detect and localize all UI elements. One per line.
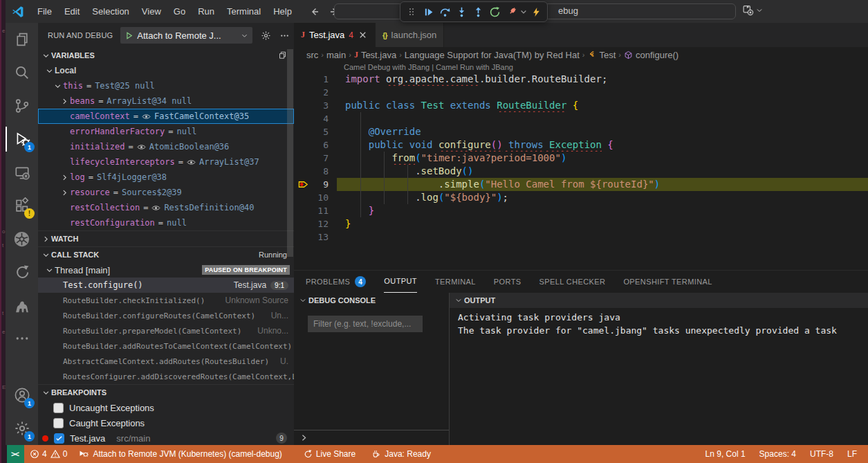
launch-config-dropdown[interactable]: Attach to Remote J... bbox=[120, 27, 252, 44]
gutter[interactable] bbox=[294, 217, 313, 230]
chevron-expanded-icon[interactable] bbox=[40, 251, 51, 259]
step-over-button[interactable] bbox=[436, 3, 453, 20]
code-line-6[interactable]: 6 public void configure() throws Excepti… bbox=[294, 138, 868, 152]
gutter[interactable] bbox=[294, 230, 313, 244]
activity-explorer[interactable] bbox=[6, 23, 38, 56]
menu-edit[interactable]: Edit bbox=[58, 0, 86, 23]
scope-local[interactable]: Local bbox=[38, 63, 294, 78]
debug-current-step-gutter[interactable] bbox=[294, 178, 313, 191]
debug-console-filter-input[interactable] bbox=[308, 316, 423, 332]
gripper-button[interactable] bbox=[403, 3, 420, 20]
remote-indicator[interactable]: >< bbox=[6, 445, 24, 463]
menu-view[interactable]: View bbox=[136, 0, 167, 23]
menu-selection[interactable]: Selection bbox=[86, 0, 135, 23]
step-out-button[interactable] bbox=[470, 3, 486, 20]
continue-button[interactable] bbox=[420, 3, 436, 20]
line-number[interactable]: 4 bbox=[313, 112, 329, 125]
panel-tab-output[interactable]: OUTPUT bbox=[384, 271, 417, 293]
stack-frame[interactable]: RouteBuilder.addRoutesToCamelContext(Cam… bbox=[38, 338, 294, 354]
line-number[interactable]: 5 bbox=[313, 125, 329, 138]
activity-extensions[interactable]: ! bbox=[6, 189, 38, 222]
breakpoint-item[interactable]: Uncaught Exceptions bbox=[38, 400, 294, 415]
stack-frame[interactable]: RouteBuilder.configureRoutes(CamelContex… bbox=[38, 308, 294, 323]
debug-session-status[interactable]: Attach to Remote JVM (Kubernetes) (camel… bbox=[73, 445, 287, 463]
stack-frame[interactable]: RoutesConfigurer.addDiscoveredRoutes(Cam… bbox=[38, 369, 294, 384]
checkbox[interactable] bbox=[54, 433, 64, 444]
activity-settings[interactable]: 1 bbox=[6, 412, 38, 445]
line-number[interactable]: 1 bbox=[313, 73, 329, 86]
breadcrumb-item[interactable]: main bbox=[326, 50, 346, 60]
gutter[interactable] bbox=[294, 99, 313, 112]
live-share-status[interactable]: Live Share bbox=[297, 445, 361, 463]
gutter[interactable] bbox=[294, 138, 313, 152]
gutter[interactable] bbox=[294, 125, 313, 138]
watch-section-header[interactable]: WATCH bbox=[38, 230, 294, 246]
chevron-expanded-icon[interactable] bbox=[40, 389, 51, 397]
breakpoint-item[interactable]: Caught Exceptions bbox=[38, 415, 294, 430]
activity-source-control[interactable] bbox=[6, 89, 38, 122]
checkbox[interactable] bbox=[53, 418, 64, 428]
line-number[interactable]: 8 bbox=[313, 165, 329, 178]
restart-button[interactable] bbox=[486, 3, 503, 20]
menu-terminal[interactable]: Terminal bbox=[221, 0, 267, 23]
line-number[interactable]: 11 bbox=[313, 204, 329, 217]
start-debug-icon[interactable] bbox=[124, 31, 133, 40]
chevron-collapsed-icon[interactable] bbox=[59, 189, 70, 197]
breakpoints-section-header[interactable]: BREAKPOINTS bbox=[38, 384, 294, 400]
variable-camelContext[interactable]: camelContext= FastCamelContext@35 bbox=[38, 109, 294, 124]
code-line-7[interactable]: 7 from("timer:java?period=1000") bbox=[294, 152, 868, 165]
close-icon[interactable] bbox=[358, 30, 368, 40]
breadcrumb-item[interactable]: JTest.java bbox=[354, 50, 396, 60]
stack-frame[interactable]: Test.configure()Test.java9:1 bbox=[38, 278, 294, 293]
gutter[interactable] bbox=[294, 191, 313, 204]
panel-tab-terminal[interactable]: TERMINAL bbox=[435, 271, 476, 293]
debug-console-header[interactable]: DEBUG CONSOLE bbox=[294, 293, 449, 308]
code-line-11[interactable]: 11 } bbox=[294, 204, 868, 217]
chevron-collapsed-icon[interactable] bbox=[59, 174, 70, 181]
stack-frame[interactable]: RouteBuilder.prepareModel(CamelContext)U… bbox=[38, 323, 294, 338]
variable-restConfiguration[interactable]: restConfiguration= null bbox=[38, 215, 294, 230]
thread-main[interactable]: Thread [main] PAUSED ON BREAKPOINT bbox=[38, 262, 294, 278]
java-status[interactable]: Java: Ready bbox=[365, 445, 436, 463]
gutter[interactable] bbox=[294, 204, 313, 217]
chevron-down-small-button[interactable] bbox=[519, 3, 528, 20]
breadcrumb-item[interactable]: Language Support for Java(TM) by Red Hat bbox=[405, 50, 580, 60]
code-line-4[interactable]: 4 bbox=[294, 112, 868, 125]
activity-kubernetes[interactable] bbox=[6, 222, 38, 255]
manage-remote-button[interactable] bbox=[742, 4, 763, 16]
eye-icon[interactable] bbox=[151, 203, 160, 212]
panel-tab-ports[interactable]: PORTS bbox=[494, 271, 521, 293]
line-number[interactable]: 13 bbox=[313, 230, 329, 244]
indentation-status[interactable]: Spaces: 4 bbox=[752, 445, 803, 463]
menu-help[interactable]: Help bbox=[267, 0, 298, 23]
debug-console-input[interactable] bbox=[294, 430, 449, 445]
chevron-expanded-icon[interactable] bbox=[52, 82, 63, 90]
gutter[interactable] bbox=[294, 73, 313, 86]
menu-go[interactable]: Go bbox=[167, 0, 192, 23]
gutter[interactable] bbox=[294, 152, 313, 165]
variable-restCollection[interactable]: restCollection= RestsDefinition@40 bbox=[38, 200, 294, 215]
copy-value-icon[interactable] bbox=[277, 51, 287, 60]
activity-remote-explorer[interactable] bbox=[6, 156, 38, 189]
stack-frame[interactable]: RouteBuilder.checkInitialized()Unknown S… bbox=[38, 293, 294, 308]
activity-run-and-debug[interactable]: 1 bbox=[6, 122, 38, 156]
code-editor[interactable]: 1 import org.apache.camel.builder.RouteB… bbox=[294, 73, 868, 244]
activity-accounts[interactable]: 1 bbox=[6, 379, 38, 412]
code-line-5[interactable]: 5 @Override bbox=[294, 125, 868, 138]
line-number[interactable]: 2 bbox=[313, 86, 329, 99]
gutter[interactable] bbox=[294, 86, 313, 99]
step-into-button[interactable] bbox=[453, 3, 470, 20]
code-line-13[interactable]: 13 bbox=[294, 230, 868, 244]
debug-settings-gear-icon[interactable] bbox=[261, 30, 271, 41]
disconnect-button[interactable] bbox=[503, 3, 519, 20]
eye-icon[interactable] bbox=[142, 112, 151, 121]
code-line-2[interactable]: 2 bbox=[294, 86, 868, 99]
breakpoint-item[interactable]: Test.java src/main 9 bbox=[38, 430, 294, 445]
activity-live-share[interactable] bbox=[6, 255, 38, 289]
breadcrumb-item[interactable]: Test bbox=[587, 50, 616, 60]
sidebar-scrollbar[interactable] bbox=[287, 49, 293, 257]
code-line-9[interactable]: 9 .simple("Hello Camel from ${routeId}") bbox=[294, 178, 868, 191]
gutter[interactable] bbox=[294, 165, 313, 178]
code-line-12[interactable]: 12 } bbox=[294, 217, 868, 230]
eye-icon[interactable] bbox=[137, 143, 146, 152]
